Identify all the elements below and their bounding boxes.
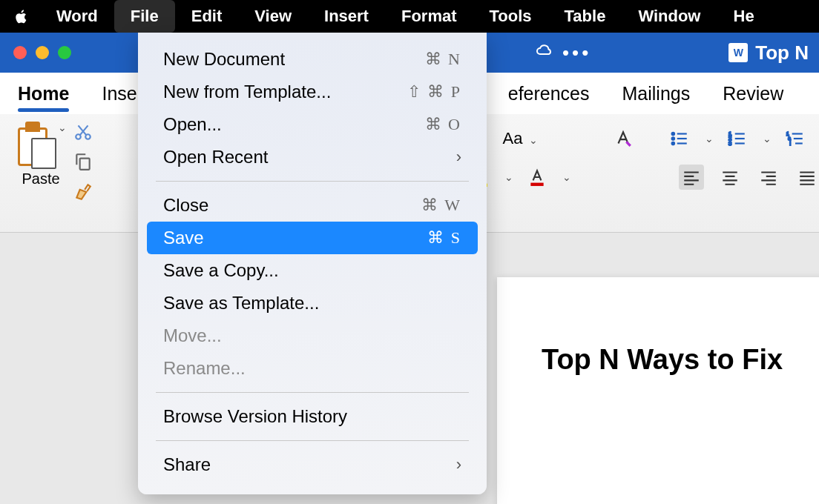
tab-insert[interactable]: Inse [102,83,136,105]
clipboard-group: ⌄ Paste [15,122,93,202]
menu-close[interactable]: Close⌘ W [147,189,478,222]
menubar-format[interactable]: Format [385,0,473,33]
svg-text:3: 3 [728,140,731,147]
menubar-file[interactable]: File [114,0,175,33]
paragraph-group: ⌄ 123⌄ 1ai⌄ [669,122,819,194]
tab-mailings[interactable]: Mailings [622,83,691,105]
menubar-app-name[interactable]: Word [56,0,114,33]
chevron-right-icon: › [456,147,461,167]
tab-references[interactable]: eferences [508,83,590,105]
menu-separator [156,392,469,393]
bullets-button[interactable] [669,128,690,149]
menu-browse-version-history[interactable]: Browse Version History [147,400,478,433]
minimize-window-button[interactable] [36,46,49,59]
menubar-help[interactable]: He [717,0,771,33]
menu-new-document[interactable]: New Document⌘ N [147,43,478,76]
paste-label: Paste [22,170,59,188]
apple-icon[interactable] [13,8,30,24]
paste-dropdown-caret[interactable]: ⌄ [58,122,67,133]
align-justify-button[interactable] [795,165,819,190]
document-title-text: Top N [755,42,809,64]
svg-text:i: i [789,141,790,146]
paste-icon[interactable] [15,122,56,170]
tab-review[interactable]: Review [723,83,783,105]
cut-icon[interactable] [73,122,93,142]
format-painter-icon[interactable] [73,181,93,202]
multilevel-list-button[interactable]: 1ai [785,128,806,149]
menu-move: Move... [147,319,478,352]
menubar-edit[interactable]: Edit [175,0,239,33]
clear-formatting-icon[interactable] [613,128,634,149]
window-controls [13,46,71,59]
word-badge-icon: W [728,43,748,62]
svg-rect-2 [80,159,90,170]
menubar-table[interactable]: Table [548,0,622,33]
font-group-clear [613,122,634,194]
menubar-insert[interactable]: Insert [308,0,385,33]
align-left-button[interactable] [679,165,704,190]
menu-share[interactable]: Share› [147,448,478,481]
menubar-tools[interactable]: Tools [473,0,548,33]
svg-rect-4 [530,183,543,186]
more-icon[interactable]: ••• [562,42,591,64]
menu-rename: Rename... [147,352,478,385]
tab-home[interactable]: Home [18,83,69,105]
zoom-window-button[interactable] [58,46,71,59]
cloud-sync-icon[interactable] [536,42,553,63]
svg-point-7 [672,142,674,145]
menu-separator [156,440,469,441]
menu-save-a-copy[interactable]: Save a Copy... [147,254,478,287]
svg-point-5 [672,133,674,135]
file-menu-dropdown: New Document⌘ N New from Template...⇧ ⌘ … [138,33,487,494]
align-center-button[interactable] [717,165,743,190]
macos-menubar: Word File Edit View Insert Format Tools … [0,0,819,33]
document-title: W Top N [728,42,809,64]
menu-separator [156,181,469,182]
align-right-button[interactable] [756,165,781,190]
menubar-view[interactable]: View [238,0,308,33]
menubar-window[interactable]: Window [622,0,717,33]
document-heading: Top N Ways to Fix [542,344,819,376]
document-page[interactable]: Top N Ways to Fix [497,277,819,504]
font-color-button[interactable] [527,167,547,188]
copy-icon[interactable] [73,151,93,172]
numbering-button[interactable]: 123 [727,128,748,149]
close-window-button[interactable] [13,46,27,59]
svg-point-6 [672,137,674,139]
menu-save[interactable]: Save⌘ S [147,222,478,254]
menu-open[interactable]: Open...⌘ O [147,108,478,141]
change-case-button[interactable]: Aa ⌄ [502,129,537,148]
menu-new-from-template[interactable]: New from Template...⇧ ⌘ P [147,76,478,108]
chevron-right-icon: › [456,455,461,474]
menu-open-recent[interactable]: Open Recent› [147,141,478,173]
menu-save-as-template[interactable]: Save as Template... [147,287,478,319]
